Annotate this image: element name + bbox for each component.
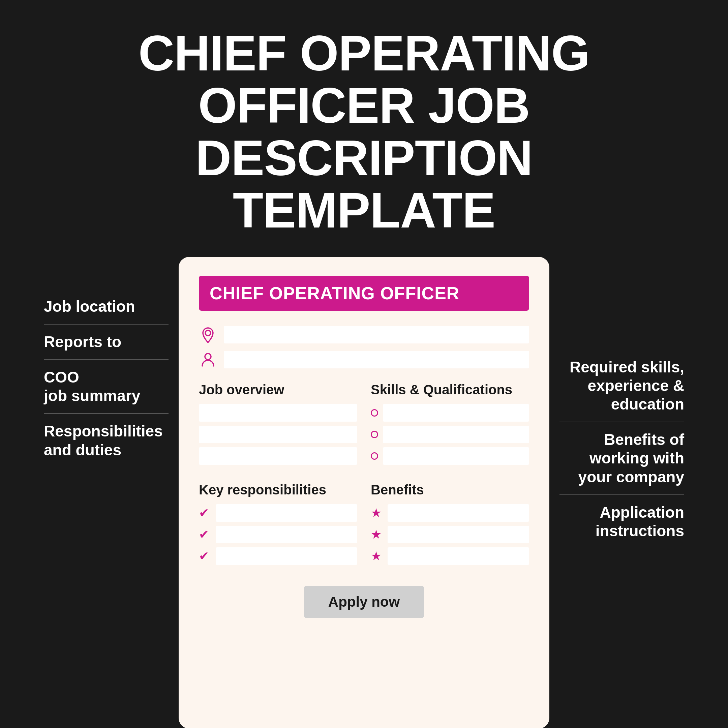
skills-label: Skills & Qualifications	[371, 382, 529, 398]
star-icon-1: ★	[371, 506, 383, 520]
person-icon	[199, 350, 217, 369]
apply-now-button[interactable]: Apply now	[304, 586, 424, 618]
reports-to-row	[199, 350, 529, 369]
svg-point-0	[205, 330, 211, 336]
page-wrapper: CHIEF OPERATING OFFICER JOB DESCRIPTION …	[0, 0, 728, 728]
benefit-input-1[interactable]	[388, 504, 529, 522]
skill-input-2[interactable]	[383, 426, 529, 443]
right-label-benefits: Benefits ofworking withyour company	[560, 430, 684, 495]
left-label-responsibilities: Responsibilitiesand duties	[44, 422, 168, 467]
benefit-input-3[interactable]	[388, 548, 529, 565]
job-overview-input-1[interactable]	[199, 404, 357, 422]
resp-input-2[interactable]	[216, 526, 357, 543]
resp-input-1[interactable]	[216, 504, 357, 522]
left-label-reports-to: Reports to	[44, 333, 168, 360]
left-labels: Job location Reports to COOjob summary R…	[44, 257, 179, 476]
skill-row-2	[371, 426, 529, 443]
apply-btn-row: Apply now	[199, 586, 529, 618]
reports-to-input[interactable]	[224, 351, 529, 369]
two-col-top: Job overview Skills & Qualifications	[199, 382, 529, 469]
check-icon-2: ✔	[199, 528, 211, 541]
left-label-job-location: Job location	[44, 297, 168, 324]
skill-row-3	[371, 447, 529, 465]
right-labels: Required skills,experience &education Be…	[549, 257, 684, 557]
skill-input-3[interactable]	[383, 447, 529, 465]
card-title: CHIEF OPERATING OFFICER	[210, 283, 518, 303]
skill-row-1	[371, 404, 529, 422]
resp-row-1: ✔	[199, 504, 357, 522]
resp-input-3[interactable]	[216, 548, 357, 565]
job-description-card: CHIEF OPERATING OFFICER	[179, 257, 549, 728]
two-col-bottom: Key responsibilities ✔ ✔ ✔ Bene	[199, 482, 529, 569]
resp-row-2: ✔	[199, 526, 357, 543]
left-label-coo-summary: COOjob summary	[44, 368, 168, 414]
job-overview-section: Job overview	[199, 382, 357, 469]
star-icon-2: ★	[371, 528, 383, 541]
location-icon	[199, 326, 217, 344]
svg-point-1	[205, 353, 211, 359]
responsibilities-label: Key responsibilities	[199, 482, 357, 497]
benefits-section: Benefits ★ ★ ★	[371, 482, 529, 569]
info-rows	[199, 326, 529, 369]
location-input[interactable]	[224, 326, 529, 343]
job-overview-label: Job overview	[199, 382, 357, 398]
bullet-dot-1	[371, 409, 378, 417]
benefit-row-1: ★	[371, 504, 529, 522]
skill-input-1[interactable]	[383, 404, 529, 422]
benefit-row-2: ★	[371, 526, 529, 543]
responsibilities-section: Key responsibilities ✔ ✔ ✔	[199, 482, 357, 569]
bullet-dot-3	[371, 452, 378, 460]
star-icon-3: ★	[371, 549, 383, 563]
page-title: CHIEF OPERATING OFFICER JOB DESCRIPTION …	[0, 27, 728, 237]
location-row	[199, 326, 529, 344]
right-label-application: Applicationinstructions	[560, 503, 684, 548]
check-icon-3: ✔	[199, 549, 211, 563]
resp-row-3: ✔	[199, 548, 357, 565]
job-overview-input-2[interactable]	[199, 426, 357, 443]
job-overview-input-3[interactable]	[199, 447, 357, 465]
check-icon-1: ✔	[199, 506, 211, 520]
benefits-label: Benefits	[371, 482, 529, 497]
right-label-skills: Required skills,experience &education	[560, 358, 684, 423]
content-area: Job location Reports to COOjob summary R…	[0, 257, 728, 728]
benefit-row-3: ★	[371, 548, 529, 565]
bullet-dot-2	[371, 431, 378, 438]
skills-section: Skills & Qualifications	[371, 382, 529, 469]
card-header: CHIEF OPERATING OFFICER	[199, 276, 529, 311]
benefit-input-2[interactable]	[388, 526, 529, 543]
